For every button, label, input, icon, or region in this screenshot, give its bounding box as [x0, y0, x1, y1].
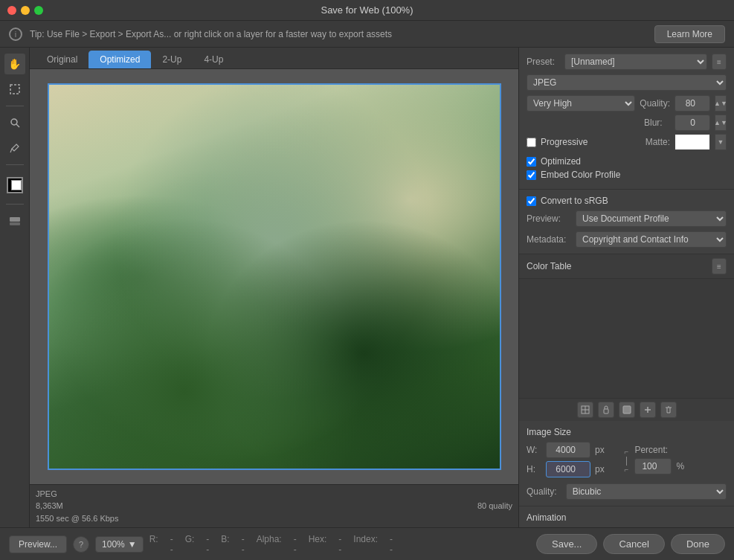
animation-title: Animation [527, 512, 727, 523]
preset-label: Preset: [527, 57, 560, 67]
tip-text: Tip: Use File > Export > Export As... or… [30, 29, 647, 39]
zoom-arrow: ▼ [128, 539, 137, 550]
height-unit: px [595, 464, 605, 474]
ct-lock-btn[interactable] [598, 402, 614, 418]
progressive-row: Progressive [527, 137, 587, 147]
animation-section: Animation Looping Options: Once [519, 506, 734, 527]
height-row: H: px [527, 461, 619, 477]
color-table-title: Color Table [527, 261, 571, 271]
optimized-checkbox[interactable] [527, 157, 536, 167]
tab-2up[interactable]: 2-Up [151, 51, 193, 68]
width-input[interactable] [546, 442, 590, 458]
percent-input[interactable] [634, 458, 672, 474]
preset-menu-button[interactable]: ≡ [712, 54, 727, 70]
b-value: -- [242, 534, 245, 555]
window-title: Save for Web (100%) [321, 4, 413, 16]
preview-button[interactable]: Preview... [9, 535, 67, 553]
photo-preview [49, 85, 500, 469]
hex-value: -- [338, 534, 341, 555]
svg-line-3 [10, 149, 12, 152]
preset-select[interactable]: [Unnamed] [564, 54, 707, 70]
eyedropper-tool[interactable] [4, 138, 25, 158]
format-row: JPEG [527, 74, 727, 91]
tab-optimized[interactable]: Optimized [88, 51, 151, 68]
progressive-checkbox[interactable] [527, 138, 536, 147]
left-toolbar: ✋ [0, 48, 30, 527]
blur-arrows[interactable]: ▲▼ [715, 115, 727, 131]
ct-map-btn[interactable] [577, 402, 593, 418]
quality-preset-select[interactable]: Very High [527, 95, 635, 112]
learn-more-button[interactable]: Learn More [654, 25, 725, 43]
matte-swatch[interactable] [675, 134, 710, 150]
svg-rect-0 [10, 85, 19, 94]
blur-input[interactable] [675, 115, 710, 131]
status-bar: R: -- G: -- B: -- Alpha: -- Hex: -- Inde… [149, 534, 393, 555]
canvas-area: Original Optimized 2-Up 4-Up JPEG 8,363M… [30, 48, 518, 527]
quality-input[interactable] [675, 95, 710, 112]
image-info-left: JPEG 8,363M 1550 sec @ 56.6 Kbps [36, 488, 118, 525]
select-tool[interactable] [4, 79, 25, 100]
r-value: -- [170, 534, 173, 555]
percent-label: Percent: [634, 445, 668, 455]
matte-row: Matte: ▼ [646, 134, 727, 150]
convert-srgb-label[interactable]: Convert to sRGB [541, 196, 608, 206]
image-canvas[interactable] [30, 69, 518, 484]
width-row: W: px [527, 442, 619, 458]
metadata-label: Metadata: [527, 234, 571, 245]
svg-point-1 [11, 119, 17, 125]
tab-original[interactable]: Original [36, 51, 88, 68]
background-color[interactable] [11, 180, 22, 190]
image-size-section: Image Size W: px H: px ⌐ [519, 421, 734, 506]
ct-fill-btn[interactable] [619, 402, 635, 418]
ct-delete-btn[interactable] [660, 402, 677, 418]
done-button[interactable]: Done [671, 534, 725, 554]
zoom-tool[interactable] [4, 112, 25, 133]
toggle-view[interactable] [4, 210, 25, 231]
hand-tool[interactable]: ✋ [4, 54, 25, 74]
ct-add-btn[interactable] [640, 402, 656, 418]
toolbar-divider-2 [6, 164, 24, 165]
metadata-row: Metadata: Copyright and Contact Info [527, 231, 727, 248]
color-table-menu[interactable]: ≡ [712, 258, 727, 274]
maximize-button[interactable] [34, 6, 43, 15]
resample-quality-select[interactable]: Bicubic [566, 483, 727, 500]
hex-label: Hex: [309, 534, 327, 555]
bottom-toolbar: Preview... ? 100% ▼ R: -- G: -- B: -- Al… [0, 527, 734, 560]
cancel-button[interactable]: Cancel [603, 534, 664, 554]
main-area: ✋ Original [0, 48, 734, 527]
link-chain-icon[interactable]: ⌐ ⌐ [625, 448, 629, 474]
width-label: W: [527, 445, 541, 455]
optimized-label[interactable]: Optimized [541, 156, 581, 167]
help-button[interactable]: ? [73, 536, 89, 553]
progressive-label[interactable]: Progressive [541, 137, 587, 147]
preview-select[interactable]: Use Document Profile [576, 210, 727, 227]
image-info-bar: JPEG 8,363M 1550 sec @ 56.6 Kbps 80 qual… [30, 484, 518, 528]
image-filesize: 8,363M [36, 500, 118, 512]
quality-options-row: Very High Quality: ▲▼ [527, 95, 727, 112]
title-bar: Save for Web (100%) [0, 0, 734, 21]
format-select[interactable]: JPEG [527, 74, 727, 91]
embed-color-checkbox[interactable] [527, 170, 536, 180]
quality-label: Quality: [640, 98, 670, 109]
toolbar-divider [6, 106, 24, 106]
g-label: G: [185, 534, 195, 555]
view-tabs: Original Optimized 2-Up 4-Up [30, 48, 518, 69]
matte-arrow[interactable]: ▼ [715, 134, 727, 150]
quality-arrows[interactable]: ▲▼ [715, 95, 727, 112]
preview-row: Preview: Use Document Profile [527, 210, 727, 227]
image-size-title: Image Size [527, 427, 727, 437]
embed-color-label[interactable]: Embed Color Profile [541, 170, 620, 180]
alpha-label: Alpha: [257, 534, 282, 555]
close-button[interactable] [7, 6, 16, 15]
zoom-value: 100% [102, 539, 125, 550]
save-button[interactable]: Save... [536, 534, 597, 554]
metadata-select[interactable]: Copyright and Contact Info [576, 231, 727, 248]
color-table-toolbar [519, 398, 734, 421]
height-input[interactable] [546, 461, 590, 477]
convert-srgb-checkbox[interactable] [527, 196, 536, 206]
minimize-button[interactable] [21, 6, 30, 15]
color-table-header: Color Table ≡ [519, 254, 734, 279]
zoom-selector[interactable]: 100% ▼ [95, 536, 144, 553]
r-label: R: [149, 534, 158, 555]
tab-4up[interactable]: 4-Up [193, 51, 234, 68]
